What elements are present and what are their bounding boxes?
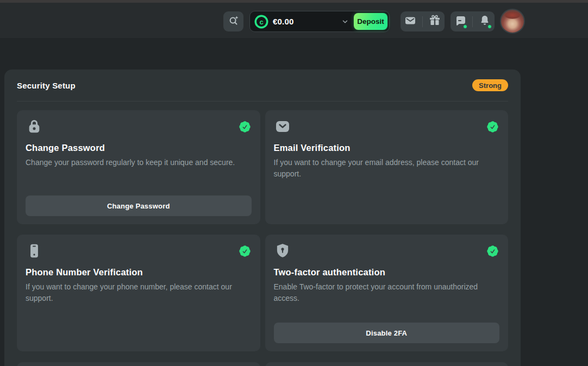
bell-notification-dot xyxy=(487,24,492,29)
card-description: If you want to change your phone number,… xyxy=(26,281,252,304)
chat-bell-group xyxy=(451,11,495,31)
disable-2fa-button[interactable]: Disable 2FA xyxy=(274,323,500,343)
chevron-down-icon xyxy=(341,18,349,28)
card-title: Change Password xyxy=(26,143,252,153)
security-setup-panel: Security Setup Strong Change xyxy=(4,70,521,366)
card-top-row xyxy=(274,242,500,260)
card-description: Enable Two-factor to protect your accoun… xyxy=(274,281,500,304)
topbar: c €0.00 Deposit xyxy=(0,3,588,38)
group-divider xyxy=(472,16,473,27)
user-avatar[interactable] xyxy=(500,9,525,34)
search-button[interactable] xyxy=(223,11,243,31)
verified-check-badge xyxy=(486,120,499,134)
card-top-row xyxy=(26,242,252,260)
lock-icon xyxy=(26,118,43,135)
mail-button[interactable] xyxy=(402,14,418,30)
mail-gift-group xyxy=(401,11,445,31)
change-password-button[interactable]: Change Password xyxy=(26,195,252,216)
card-email-verification: Email Verification If you want to change… xyxy=(265,110,509,224)
card-top-row xyxy=(26,118,252,135)
card-two-factor: Two-factor authentication Enable Two-fac… xyxy=(265,235,509,351)
search-icon xyxy=(228,15,240,28)
page-title: Security Setup xyxy=(17,81,76,90)
header-divider xyxy=(17,101,508,102)
partial-card xyxy=(17,362,260,366)
deposit-button[interactable]: Deposit xyxy=(354,13,387,30)
next-cards-row-partial xyxy=(17,362,508,366)
group-divider xyxy=(422,16,423,27)
gift-icon xyxy=(428,14,441,29)
chat-button[interactable] xyxy=(452,14,468,30)
verified-check-badge xyxy=(238,244,252,258)
currency-coin-icon: c xyxy=(254,15,268,29)
card-phone-verification: Phone Number Verification If you want to… xyxy=(17,235,260,351)
card-description: Change your password regularly to keep i… xyxy=(26,157,252,168)
shield-keyhole-icon xyxy=(274,242,291,260)
wallet-balance-dropdown[interactable]: c €0.00 Deposit xyxy=(249,11,390,32)
notifications-button[interactable] xyxy=(477,14,493,30)
card-title: Two-factor authentication xyxy=(274,267,500,277)
card-change-password: Change Password Change your password reg… xyxy=(17,110,260,224)
envelope-icon xyxy=(274,118,291,135)
card-title: Email Verification xyxy=(274,143,500,153)
mail-icon xyxy=(404,14,417,29)
card-top-row xyxy=(274,118,500,135)
phone-icon xyxy=(26,242,43,260)
security-cards-grid: Change Password Change your password reg… xyxy=(17,110,508,351)
card-title: Phone Number Verification xyxy=(26,267,252,277)
verified-check-badge xyxy=(238,120,252,134)
panel-header: Security Setup Strong xyxy=(4,70,521,101)
card-description: If you want to change your email address… xyxy=(274,157,500,180)
chat-notification-dot xyxy=(463,24,467,29)
partial-card xyxy=(265,362,509,366)
wallet-balance: €0.00 xyxy=(273,17,294,26)
security-strength-badge: Strong xyxy=(472,79,508,91)
gift-button[interactable] xyxy=(427,14,443,30)
verified-check-badge xyxy=(486,244,499,258)
